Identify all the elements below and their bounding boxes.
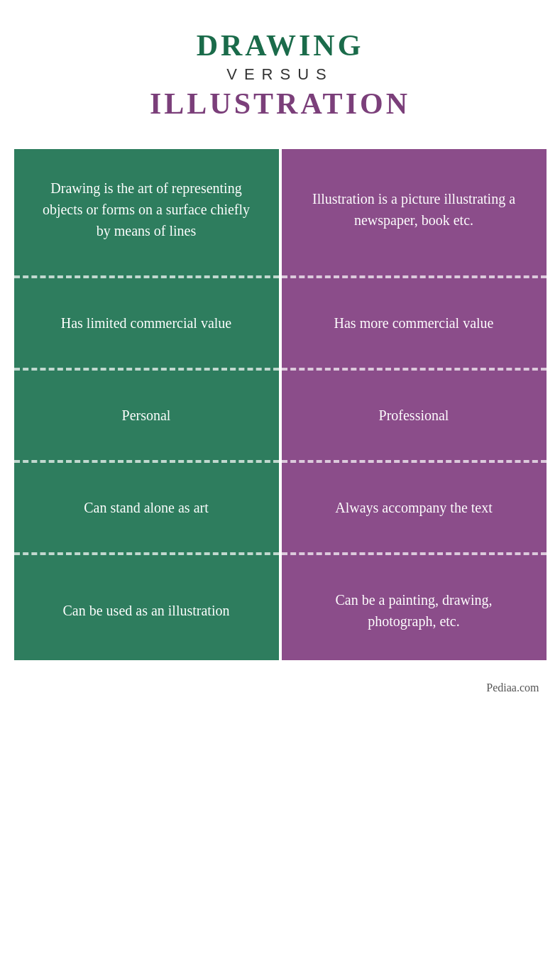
comparison-row-3: Personal Professional: [14, 376, 547, 454]
cell-drawing-personal: Personal: [14, 376, 279, 454]
cell-drawing-definition: Drawing is the art of representing objec…: [14, 149, 279, 270]
title-drawing: DRAWING: [14, 28, 546, 62]
cell-illustration-accompany: Always accompany the text: [282, 469, 547, 547]
comparison-row-2: Has limited commercial value Has more co…: [14, 284, 547, 362]
title-illustration: ILLUSTRATION: [14, 87, 546, 121]
cell-illustration-types: Can be a painting, drawing, photograph, …: [282, 561, 547, 660]
cell-illustration-commercial: Has more commercial value: [282, 284, 547, 362]
divider-2: [14, 362, 547, 376]
cell-illustration-definition: Illustration is a picture illustrating a…: [282, 149, 547, 270]
comparison-table: Drawing is the art of representing objec…: [14, 149, 547, 660]
watermark: Pediaa.com: [14, 681, 547, 708]
comparison-row-1: Drawing is the art of representing objec…: [14, 149, 547, 270]
cell-illustration-professional: Professional: [282, 376, 547, 454]
divider-3: [14, 454, 547, 469]
comparison-row-5: Can be used as an illustration Can be a …: [14, 561, 547, 660]
page-header: DRAWING VERSUS ILLUSTRATION: [0, 0, 560, 135]
divider-1: [14, 270, 547, 284]
comparison-row-4: Can stand alone as art Always accompany …: [14, 469, 547, 547]
title-versus: VERSUS: [14, 65, 546, 84]
cell-drawing-used-as: Can be used as an illustration: [14, 561, 279, 660]
cell-drawing-standalone: Can stand alone as art: [14, 469, 279, 547]
cell-drawing-commercial: Has limited commercial value: [14, 284, 279, 362]
divider-4: [14, 547, 547, 561]
